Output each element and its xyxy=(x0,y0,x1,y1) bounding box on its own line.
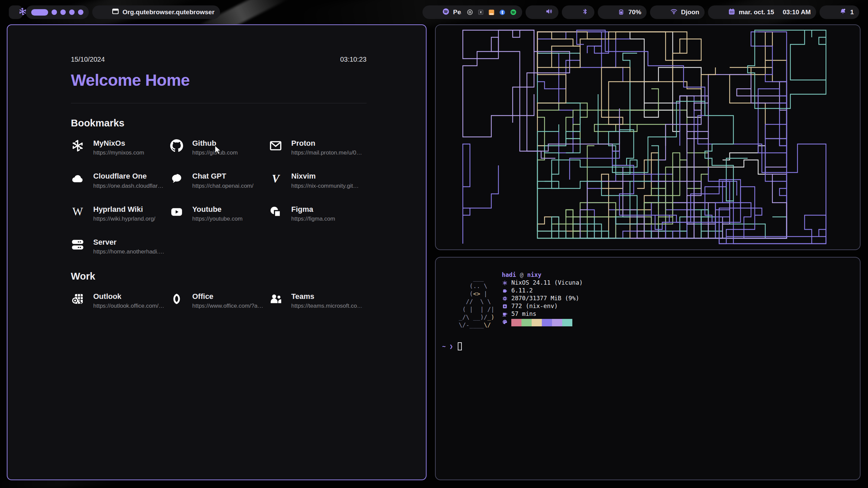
bookmark-cloudflare-one[interactable]: Cloudflare Onehttps://one.dash.cloudflar… xyxy=(71,172,170,189)
workspace-dot[interactable] xyxy=(52,9,57,15)
workspace-dot[interactable] xyxy=(78,9,83,15)
mouse-cursor xyxy=(214,145,222,155)
bookmark-url: https://outlook.office.com/… xyxy=(93,303,164,309)
palette-swatch xyxy=(511,319,521,326)
launcher-button[interactable] xyxy=(9,5,22,19)
bookmark-name: Hyprland Wiki xyxy=(93,205,155,214)
office-icon xyxy=(170,292,183,306)
window-icon xyxy=(98,0,119,24)
bookmark-server[interactable]: Serverhttps://home.anotherhadi.… xyxy=(71,238,170,255)
bookmark-office[interactable]: Officehttps://www.office.com/?a… xyxy=(170,292,269,309)
memory-icon xyxy=(502,296,508,301)
mail-icon xyxy=(269,139,282,152)
bookmark-name: Teams xyxy=(291,292,362,301)
snowflake-icon xyxy=(502,280,508,286)
fetch-line-packages: 772 (nix-env) xyxy=(502,302,583,310)
figma-icon xyxy=(269,205,282,219)
active-window-chip[interactable]: Org.qutebrowser.qutebrowser xyxy=(92,5,220,19)
bookmark-chat-gpt[interactable]: Chat GPThttps://chat.openai.com/ xyxy=(170,172,269,189)
bookmark-grid: Outlookhttps://outlook.office.com/…Offic… xyxy=(71,292,367,309)
bookmark-url: https://one.dash.cloudflar… xyxy=(93,183,163,189)
prompt-symbol: ❯ xyxy=(450,343,453,350)
record-tray-icon[interactable] xyxy=(467,9,473,16)
bookmark-name: Server xyxy=(93,238,164,246)
battery-percent: 70% xyxy=(628,8,641,16)
system-tray[interactable] xyxy=(461,5,522,19)
bookmark-nixvim[interactable]: VNixvimhttps://nix-community.git… xyxy=(269,172,368,189)
volume-chip[interactable] xyxy=(526,5,558,19)
notification-count: 1 xyxy=(850,8,854,16)
startpage-clock: 03:10:23 xyxy=(340,56,367,63)
bell-icon xyxy=(825,0,847,24)
spotify-icon xyxy=(428,0,450,24)
terminal-cursor xyxy=(458,342,462,350)
bluetooth-chip[interactable] xyxy=(562,5,594,19)
vim-icon: V xyxy=(269,172,282,185)
palette-icon xyxy=(502,319,508,325)
shell-prompt[interactable]: ~ ❯ xyxy=(442,342,462,350)
bookmark-name: MyNixOs xyxy=(93,139,144,147)
cloud-icon xyxy=(71,172,84,185)
clock-date: mar. oct. 15 xyxy=(739,8,774,16)
bookmark-mynixos[interactable]: MyNixOshttps://mynixos.com xyxy=(71,139,170,156)
bookmark-name: Nixvim xyxy=(291,172,359,180)
fetch-line-kernel: 6.11.2 xyxy=(502,287,583,294)
fetch-line-palette xyxy=(502,318,583,326)
bookmark-url: https://www.office.com/?a… xyxy=(192,303,263,309)
battery-chip[interactable]: 70% xyxy=(598,5,647,19)
clock-time: 03:10 AM xyxy=(783,8,811,16)
orange-app-tray-icon[interactable] xyxy=(488,9,495,16)
bookmark-name: Chat GPT xyxy=(192,172,254,180)
bookmark-url: https://chat.openai.com/ xyxy=(192,183,254,189)
bookmark-url: https://youtube.com xyxy=(192,216,242,222)
bookmark-name: Outlook xyxy=(93,292,164,301)
prompt-cwd: ~ xyxy=(442,343,446,350)
window-title: Org.qutebrowser.qutebrowser xyxy=(122,8,214,16)
palette-swatch xyxy=(562,319,572,326)
palette-swatch xyxy=(521,319,532,326)
workspace-dot[interactable] xyxy=(60,9,66,15)
bookmark-figma[interactable]: Figmahttps://figma.com xyxy=(269,205,368,222)
bookmark-name: Figma xyxy=(291,205,335,214)
notifications-chip[interactable]: 1 xyxy=(820,5,859,19)
bookmark-teams[interactable]: Teamshttps://teams.microsoft.co… xyxy=(269,292,368,309)
uptime-icon xyxy=(502,311,508,317)
clock-chip[interactable]: mar. oct. 15 03:10 AM xyxy=(708,5,816,19)
workspaces-indicator[interactable] xyxy=(26,5,89,19)
bookmark-proton[interactable]: Protonhttps://mail.proton.me/u/0… xyxy=(269,139,368,156)
workspace-dot[interactable] xyxy=(69,9,75,15)
workspace-active[interactable] xyxy=(31,9,48,16)
spotify-tray-icon[interactable] xyxy=(510,9,517,16)
top-bar: Org.qutebrowser.qutebrowser Peaches 7 xyxy=(0,0,868,24)
bookmark-youtube[interactable]: Youtubehttps://youtube.com xyxy=(170,205,269,222)
pipes-terminal-window xyxy=(435,24,861,250)
bookmark-outlook[interactable]: Outlookhttps://outlook.office.com/… xyxy=(71,292,170,309)
outlook-icon xyxy=(71,292,84,306)
bookmark-name: Cloudflare One xyxy=(93,172,163,180)
network-chip[interactable]: Djoon xyxy=(650,5,705,19)
pipes-art xyxy=(436,25,860,249)
startpage-date: 15/10/2024 xyxy=(71,56,105,63)
bookmark-grid: MyNixOshttps://mynixos.comGithubhttps://… xyxy=(71,139,367,255)
bookmark-url: https://mail.proton.me/u/0… xyxy=(291,149,362,156)
fetch-terminal-window[interactable]: ___ (.. \ (<> | // \ \ ( | | /| _/\ __)/… xyxy=(435,257,861,480)
bookmark-url: https://nix-community.git… xyxy=(291,183,359,189)
bluetooth-tray-icon[interactable] xyxy=(499,9,506,16)
fetch-user-host: hadi@nixy xyxy=(502,271,583,279)
youtube-icon xyxy=(170,205,183,219)
bookmark-name: Office xyxy=(192,292,263,301)
bookmark-url: https://teams.microsoft.co… xyxy=(291,303,362,309)
keepass-tray-icon[interactable] xyxy=(478,9,484,15)
teams-icon xyxy=(269,292,282,306)
divider xyxy=(71,103,367,103)
wikipedia-icon: W xyxy=(71,205,84,219)
palette-swatch xyxy=(542,319,552,326)
bookmark-name: Proton xyxy=(291,139,362,147)
github-icon xyxy=(170,139,183,152)
palette-swatch xyxy=(532,319,542,326)
wifi-icon xyxy=(655,0,677,24)
bookmark-hyprland-wiki[interactable]: WHyprland Wikihttps://wiki.hyprland.org/ xyxy=(71,205,170,222)
nixos-icon xyxy=(71,139,84,152)
bookmark-name: Youtube xyxy=(192,205,242,214)
palette-swatch xyxy=(552,319,562,326)
